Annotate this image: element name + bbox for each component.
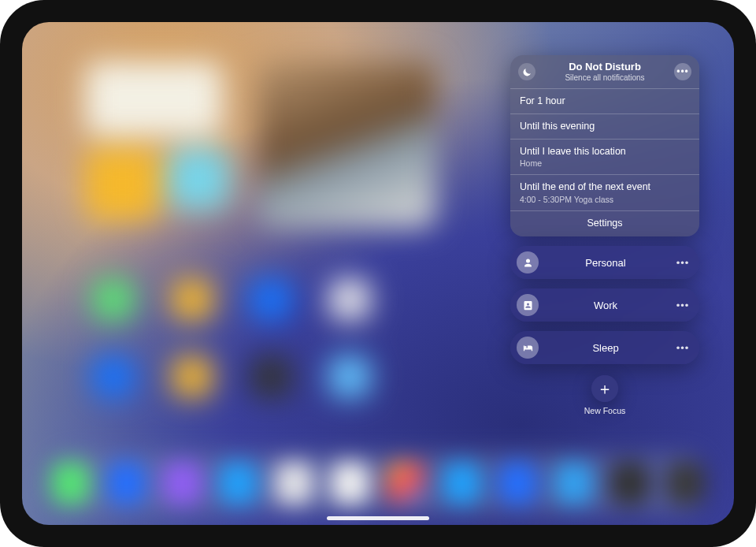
dnd-header[interactable]: Do Not Disturb Silence all notifications… [510, 55, 699, 88]
new-focus-button[interactable]: ＋ [591, 375, 618, 402]
dnd-subtitle: Silence all notifications [542, 73, 668, 83]
dnd-option-label: For 1 hour [520, 95, 690, 108]
focus-mode-more-button[interactable]: ••• [673, 257, 693, 269]
dnd-option-label: Until the end of the next event [520, 181, 690, 194]
ipad-screen: Do Not Disturb Silence all notifications… [22, 22, 734, 525]
focus-mode-work[interactable]: Work ••• [510, 288, 699, 322]
focus-mode-label: Work [539, 300, 673, 311]
home-indicator[interactable] [327, 516, 429, 520]
plus-icon: ＋ [597, 378, 613, 400]
dnd-settings-button[interactable]: Settings [510, 210, 699, 236]
focus-mode-label: Personal [539, 257, 673, 269]
bed-icon [517, 337, 539, 359]
dnd-option-1hour[interactable]: For 1 hour [510, 88, 699, 113]
ipad-frame: Do Not Disturb Silence all notifications… [0, 0, 756, 547]
focus-mode-personal[interactable]: Personal ••• [510, 246, 699, 279]
dnd-title: Do Not Disturb [542, 61, 668, 73]
dnd-option-leave-location[interactable]: Until I leave this location Home [510, 139, 699, 175]
dnd-option-label: Until this evening [520, 121, 690, 133]
dnd-option-sublabel: 4:00 - 5:30PM Yoga class [520, 195, 690, 205]
focus-mode-more-button[interactable]: ••• [673, 342, 693, 354]
dnd-option-sublabel: Home [520, 158, 690, 169]
dnd-option-evening[interactable]: Until this evening [510, 113, 699, 139]
badge-icon [517, 294, 539, 316]
focus-overlay: Do Not Disturb Silence all notifications… [510, 55, 699, 415]
dnd-more-button[interactable]: ••• [674, 63, 691, 80]
focus-mode-sleep[interactable]: Sleep ••• [510, 331, 699, 364]
dock [51, 452, 705, 514]
moon-icon [518, 63, 536, 80]
focus-mode-more-button[interactable]: ••• [673, 300, 693, 311]
new-focus-label: New Focus [510, 406, 699, 415]
dnd-option-label: Until I leave this location [520, 146, 690, 158]
person-icon [517, 251, 539, 274]
dnd-option-next-event[interactable]: Until the end of the next event 4:00 - 5… [510, 174, 699, 210]
focus-mode-label: Sleep [539, 342, 673, 354]
do-not-disturb-card: Do Not Disturb Silence all notifications… [510, 55, 699, 236]
new-focus: ＋ New Focus [510, 375, 699, 415]
